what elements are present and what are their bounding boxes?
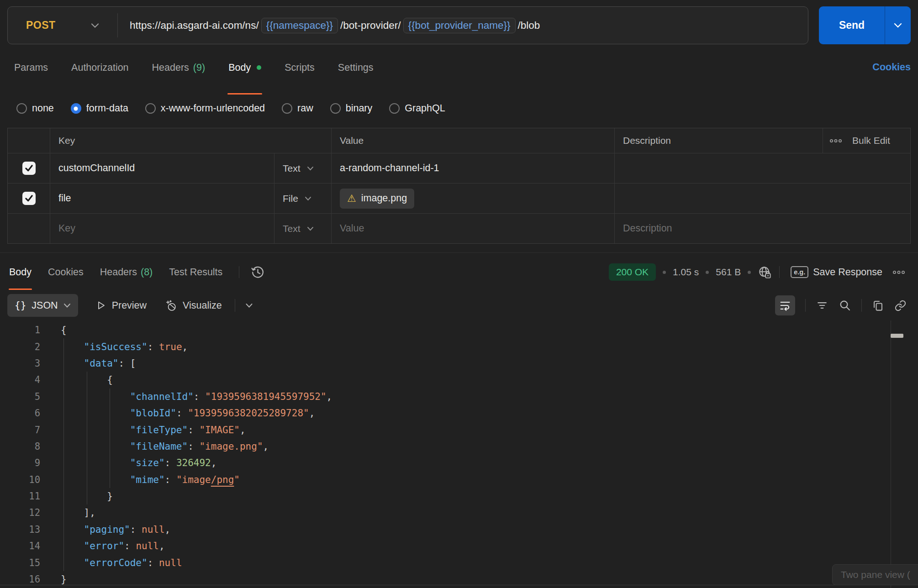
send-options-button[interactable] — [885, 6, 911, 44]
token-k: "error" — [84, 541, 125, 551]
line-content[interactable]: "fileName": "image.png", — [61, 438, 918, 455]
line-content[interactable]: "paging": null, — [61, 521, 918, 538]
key-cell[interactable]: file — [50, 184, 274, 213]
code-line: 13 "paging": null, — [0, 521, 918, 538]
line-content[interactable]: "channelId": "1939596381945597952", — [61, 388, 918, 405]
bulk-edit-button[interactable]: Bulk Edit — [823, 128, 910, 153]
url-variable-chip[interactable]: {{bot_provider_name}} — [403, 18, 516, 33]
request-tab-headers[interactable]: Headers(9) — [152, 57, 206, 78]
response-more-button[interactable] — [892, 269, 905, 275]
radio-icon — [71, 103, 81, 114]
description-cell[interactable] — [615, 184, 823, 213]
key-cell[interactable]: customChannelId — [50, 153, 274, 183]
line-content[interactable]: "error": null, — [61, 538, 918, 554]
copy-button[interactable] — [872, 299, 884, 312]
indent-space — [61, 491, 107, 502]
token-s: "1939596382025289728" — [188, 408, 309, 419]
response-tab-test-results[interactable]: Test Results — [169, 267, 222, 278]
body-mode-binary[interactable]: binary — [330, 103, 373, 114]
chevron-down-icon — [63, 303, 71, 308]
url-variable-chip[interactable]: {{namespace}} — [261, 18, 338, 33]
filter-button[interactable] — [816, 299, 828, 312]
preview-button[interactable]: Preview — [95, 300, 147, 311]
tab-label: Settings — [338, 62, 374, 74]
value-cell[interactable]: a-random-channel-id-1 — [332, 153, 615, 183]
type-label: Text — [283, 223, 301, 234]
network-info-button[interactable] — [758, 265, 772, 279]
cookies-link[interactable]: Cookies — [872, 62, 911, 73]
link-button[interactable] — [894, 299, 907, 312]
body-mode-graphql[interactable]: GraphQL — [389, 103, 445, 114]
code-line: 5 "channelId": "1939596381945597952", — [0, 388, 918, 405]
format-selector[interactable]: {} JSON — [7, 294, 78, 317]
line-content[interactable]: "errorCode": null — [61, 554, 918, 571]
type-dropdown[interactable]: Text — [274, 153, 332, 183]
tab-label: Body — [9, 267, 32, 278]
line-content[interactable]: "fileType": "IMAGE", — [61, 421, 918, 438]
line-content[interactable]: "blobId": "1939596382025289728", — [61, 405, 918, 421]
indent-space — [61, 374, 107, 385]
modified-dot — [257, 65, 261, 70]
indent-guide — [63, 438, 64, 455]
url-input[interactable]: https://api.asgard-ai.com/ns/{{namespace… — [118, 7, 540, 44]
send-button[interactable]: Send — [819, 6, 885, 44]
line-number: 10 — [0, 472, 40, 488]
response-tab-cookies[interactable]: Cookies — [48, 267, 84, 278]
body-mode-x-www-form-urlencoded[interactable]: x-www-form-urlencoded — [145, 103, 265, 114]
line-content[interactable]: } — [61, 488, 918, 504]
response-tabs-divider — [239, 266, 239, 278]
scrollbar-thumb[interactable] — [891, 334, 903, 338]
request-tab-body[interactable]: Body — [228, 57, 261, 78]
row-checkbox-cell — [8, 184, 50, 213]
indent-guide — [87, 455, 87, 471]
method-selector[interactable]: POST — [8, 7, 117, 44]
token-s: "IMAGE" — [199, 425, 240, 436]
response-tab-body[interactable]: Body — [9, 267, 32, 278]
request-tab-scripts[interactable]: Scripts — [285, 57, 315, 78]
description-cell-placeholder[interactable]: Description — [615, 214, 823, 243]
line-content[interactable]: "size": 326492, — [61, 455, 918, 471]
value-cell[interactable]: ⚠image.png — [332, 184, 615, 213]
indent-guide — [63, 538, 64, 554]
type-dropdown[interactable]: File — [274, 184, 332, 213]
visualize-button[interactable]: Visualize — [165, 299, 222, 312]
indent-guide — [87, 388, 87, 405]
format-label: JSON — [32, 300, 58, 311]
request-tab-params[interactable]: Params — [14, 57, 48, 78]
save-response-button[interactable]: Save Response — [813, 267, 882, 278]
request-tab-authorization[interactable]: Authorization — [71, 57, 129, 78]
line-content[interactable]: ], — [61, 504, 918, 521]
value-cell-placeholder[interactable]: Value — [332, 214, 615, 243]
body-mode-form-data[interactable]: form-data — [71, 103, 128, 114]
response-tab-headers[interactable]: Headers(8) — [100, 267, 153, 278]
row-checkbox[interactable] — [22, 162, 36, 175]
tools-divider — [861, 299, 862, 312]
indent-space — [61, 557, 84, 568]
line-content[interactable]: { — [61, 322, 918, 338]
request-tab-settings[interactable]: Settings — [338, 57, 374, 78]
type-dropdown[interactable]: Text — [274, 214, 332, 243]
body-mode-raw[interactable]: raw — [282, 103, 313, 114]
line-content[interactable]: "isSuccess": true, — [61, 338, 918, 355]
file-chip[interactable]: ⚠image.png — [340, 189, 414, 209]
key-cell-placeholder[interactable]: Key — [50, 214, 274, 243]
token-l: null — [136, 541, 159, 551]
code-line: 15 "errorCode": null — [0, 554, 918, 571]
search-button[interactable] — [839, 299, 851, 312]
indent-guide — [87, 438, 87, 455]
code-line: 7 "fileType": "IMAGE", — [0, 421, 918, 438]
description-cell[interactable] — [615, 153, 823, 183]
history-button[interactable] — [250, 265, 265, 280]
play-icon — [95, 300, 106, 311]
line-content[interactable]: "mime": "image/png" — [61, 472, 918, 488]
form-data-table: Key Value Description Bulk Edit customCh… — [7, 128, 911, 244]
viewer-more-button[interactable] — [245, 303, 253, 308]
line-content[interactable]: { — [61, 372, 918, 388]
indent-space — [61, 425, 130, 436]
line-content[interactable]: "data": [ — [61, 355, 918, 372]
body-mode-none[interactable]: none — [16, 103, 54, 114]
response-meta: 200 OK 1.05 s 561 B e.g. Save Response — [609, 263, 905, 281]
wrap-text-button[interactable] — [775, 295, 795, 315]
token-p: , — [159, 541, 165, 551]
row-checkbox[interactable] — [22, 192, 36, 205]
